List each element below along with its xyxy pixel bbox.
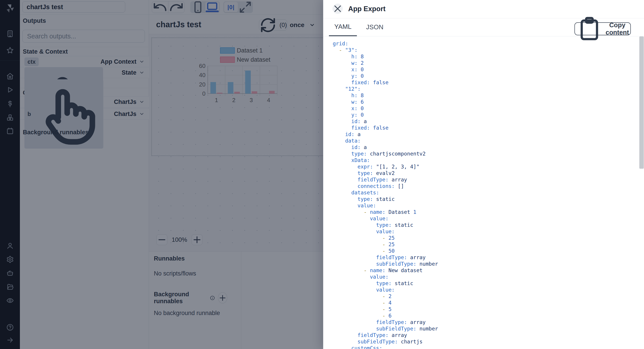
code-line: x: 0 — [333, 105, 632, 112]
close-button[interactable] — [332, 3, 343, 14]
code-line: type: chartjscomponentv2 — [333, 151, 632, 157]
code-line: h: 8 — [333, 92, 632, 99]
tab-json[interactable]: JSON — [361, 18, 388, 36]
code-line: customCss: — [333, 345, 632, 349]
code-line: value: — [333, 287, 632, 293]
code-line: fieldType: array — [333, 254, 632, 261]
app-export-drawer: App Export YAML JSON Copy content grid: … — [323, 0, 644, 349]
code-line: - 25 — [333, 235, 632, 241]
code-line: x: 0 — [333, 66, 632, 73]
code-line: h: 8 — [333, 53, 632, 60]
code-line: y: 0 — [333, 112, 632, 118]
code-line: type: static — [333, 280, 632, 287]
code-line: fixed: false — [333, 79, 632, 86]
code-line: - name: New dataset — [333, 267, 632, 274]
code-line: - 4 — [333, 300, 632, 306]
code-line: data: — [333, 138, 632, 144]
code-line: - 6 — [333, 313, 632, 319]
code-line: type: evalv2 — [333, 170, 632, 177]
copy-content-button[interactable]: Copy content — [574, 22, 631, 35]
tab-yaml[interactable]: YAML — [329, 18, 357, 36]
code-line: datasets: — [333, 189, 632, 196]
code-line: id: a — [333, 144, 632, 151]
code-line: connections: [] — [333, 183, 632, 189]
code-line: id: a — [333, 118, 632, 125]
code-line: fieldType: array — [333, 177, 632, 183]
code-line: y: 0 — [333, 73, 632, 79]
close-icon — [332, 3, 343, 14]
code-line: expr: "[1, 2, 3, 4]" — [333, 164, 632, 170]
drawer-title: App Export — [348, 5, 386, 13]
code-line: xData: — [333, 157, 632, 164]
code-line: - name: Dataset 1 — [333, 209, 632, 215]
code-line: - 50 — [333, 248, 632, 254]
code-line: fixed: false — [333, 125, 632, 131]
code-line: value: — [333, 202, 632, 209]
code-line: w: 2 — [333, 60, 632, 66]
code-line: "12": — [333, 86, 632, 92]
code-line: fieldType: array — [333, 332, 632, 339]
yaml-code-viewer[interactable]: grid: - "3": h: 8 w: 2 x: 0 y: 0 fixed: … — [333, 40, 632, 349]
code-line: - 2 — [333, 293, 632, 300]
code-line: w: 6 — [333, 99, 632, 105]
app-root: Outputs State & Context ctx App Context … — [0, 0, 644, 349]
code-line: value: — [333, 215, 632, 222]
code-line: fieldType: array — [333, 319, 632, 326]
code-line: subFieldType: chartjs — [333, 339, 632, 345]
code-line: id: a — [333, 131, 632, 138]
code-line: value: — [333, 228, 632, 235]
code-line: grid: — [333, 40, 632, 47]
code-line: type: static — [333, 196, 632, 202]
scrollbar-thumb[interactable] — [639, 36, 644, 169]
code-line: subFieldType: number — [333, 326, 632, 332]
code-line: value: — [333, 274, 632, 280]
modal-dim-overlay[interactable] — [0, 0, 323, 349]
clipboard-icon — [576, 16, 602, 42]
code-line: type: static — [333, 222, 632, 228]
code-line: subFieldType: number — [333, 261, 632, 267]
code-line: - "3": — [333, 47, 632, 53]
code-line: - 5 — [333, 306, 632, 313]
code-line: - 25 — [333, 241, 632, 248]
